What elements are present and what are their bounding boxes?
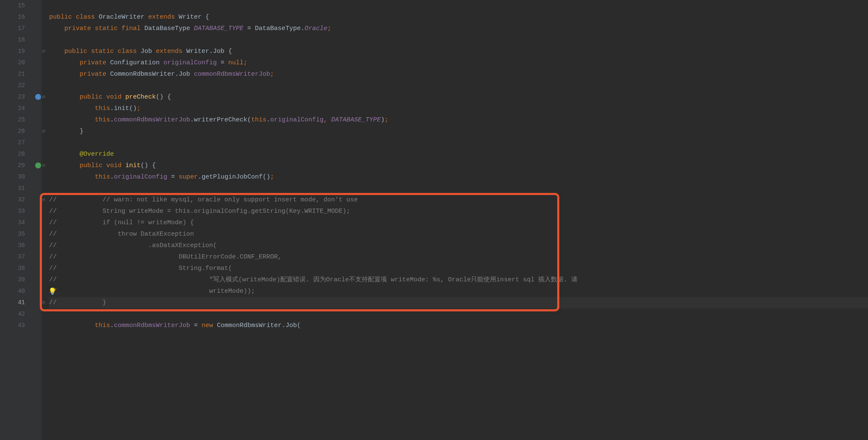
- line-number: 38: [0, 263, 25, 274]
- line-number: 34: [0, 217, 25, 228]
- code-line[interactable]: // throw DataXException: [49, 228, 868, 240]
- marker-gutter: ↑↑: [36, 0, 41, 440]
- fold-toggle-icon[interactable]: ⊟: [42, 160, 45, 171]
- code-line[interactable]: public class OracleWriter extends Writer…: [49, 11, 868, 23]
- line-number: 26: [0, 126, 25, 137]
- code-line[interactable]: // writeMode));: [49, 286, 868, 297]
- code-line[interactable]: }: [49, 126, 868, 137]
- code-line[interactable]: this.commonRdbmsWriterJob = new CommonRd…: [49, 320, 868, 331]
- line-number: 33: [0, 206, 25, 217]
- line-number: 15: [0, 0, 25, 11]
- code-line[interactable]: // // warn: not like mysql, oracle only …: [49, 194, 868, 206]
- code-line[interactable]: // String writeMode = this.originalConfi…: [49, 206, 868, 217]
- line-number: 39: [0, 274, 25, 286]
- line-number: 17: [0, 23, 25, 34]
- code-line[interactable]: // "写入模式(writeMode)配置错误. 因为Oracle不支持配置项 …: [49, 274, 868, 286]
- line-number: 24: [0, 103, 25, 114]
- fold-toggle-icon[interactable]: ⊟: [42, 91, 45, 103]
- override-marker-icon[interactable]: ↑: [35, 94, 41, 100]
- line-number: 43: [0, 320, 25, 331]
- line-number: 41: [0, 297, 25, 308]
- line-number: 16: [0, 11, 25, 23]
- code-line[interactable]: [49, 137, 868, 148]
- line-number: 37: [0, 251, 25, 263]
- code-line[interactable]: // if (null != writeMode) {: [49, 217, 868, 228]
- code-line[interactable]: private CommonRdbmsWriter.Job commonRdbm…: [49, 69, 868, 80]
- line-number: 42: [0, 308, 25, 320]
- line-number: 35: [0, 228, 25, 240]
- line-number: 25: [0, 114, 25, 126]
- code-line[interactable]: [49, 183, 868, 194]
- line-number: 40: [0, 286, 25, 297]
- line-number: 23: [0, 91, 25, 103]
- code-line[interactable]: this.originalConfig = super.getPluginJob…: [49, 171, 868, 183]
- code-line[interactable]: @Override: [49, 148, 868, 160]
- code-line[interactable]: this.commonRdbmsWriterJob.writerPreCheck…: [49, 114, 868, 126]
- code-line[interactable]: public void init() {: [49, 160, 868, 171]
- code-line[interactable]: private static final DataBaseType DATABA…: [49, 23, 868, 34]
- line-number: 31: [0, 183, 25, 194]
- line-number: 22: [0, 80, 25, 91]
- line-number: 21: [0, 69, 25, 80]
- fold-toggle-icon[interactable]: ⊟: [42, 297, 45, 308]
- code-line[interactable]: // }: [49, 297, 868, 308]
- code-line[interactable]: [49, 0, 868, 11]
- line-number: 20: [0, 57, 25, 69]
- line-number: 19: [0, 46, 25, 57]
- code-line[interactable]: public static class Job extends Writer.J…: [49, 46, 868, 57]
- line-number: 36: [0, 240, 25, 251]
- code-line[interactable]: [49, 308, 868, 320]
- fold-toggle-icon[interactable]: ⊟: [42, 194, 45, 206]
- code-line[interactable]: // .asDataXException(: [49, 240, 868, 251]
- fold-toggle-icon[interactable]: ⊟: [42, 46, 45, 57]
- line-number: 28: [0, 148, 25, 160]
- line-number-gutter: 1516171819202122232425262728293031323334…: [0, 0, 36, 440]
- code-line[interactable]: private Configuration originalConfig = n…: [49, 57, 868, 69]
- line-number: 30: [0, 171, 25, 183]
- code-line[interactable]: // DBUtilErrorCode.CONF_ERROR,: [49, 251, 868, 263]
- line-number: 29: [0, 160, 25, 171]
- code-editor[interactable]: 1516171819202122232425262728293031323334…: [0, 0, 868, 440]
- code-line[interactable]: this.init();: [49, 103, 868, 114]
- line-number: 27: [0, 137, 25, 148]
- code-line[interactable]: public void preCheck() {: [49, 91, 868, 103]
- line-number: 18: [0, 34, 25, 46]
- code-content[interactable]: public class OracleWriter extends Writer…: [47, 0, 868, 440]
- fold-toggle-icon[interactable]: ⊟: [42, 126, 45, 137]
- fold-gutter: ⊟⊟⊟⊟⊟⊟: [41, 0, 47, 440]
- intention-bulb-icon[interactable]: 💡: [48, 287, 57, 296]
- code-line[interactable]: [49, 34, 868, 46]
- code-line[interactable]: // String.format(: [49, 263, 868, 274]
- implement-marker-icon[interactable]: ↑: [35, 162, 41, 168]
- line-number: 32: [0, 194, 25, 206]
- code-line[interactable]: [49, 80, 868, 91]
